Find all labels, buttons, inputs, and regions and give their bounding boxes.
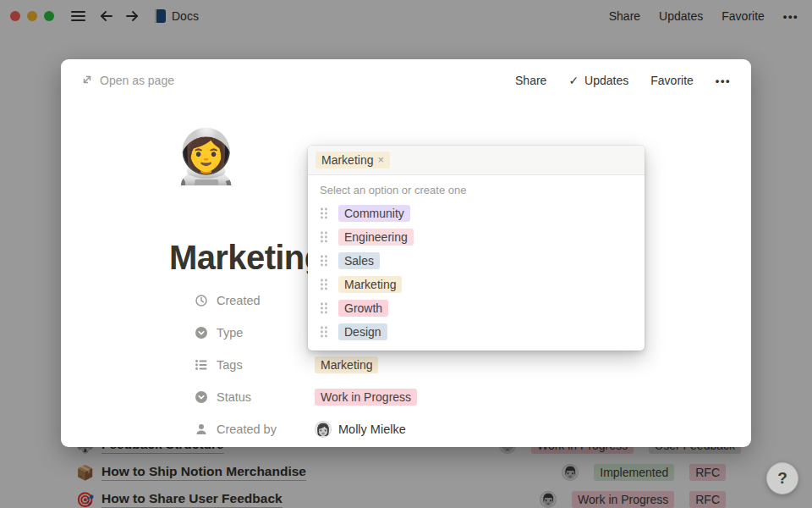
modal-updates-label: Updates	[584, 74, 628, 87]
person-icon	[195, 422, 208, 436]
drag-handle-icon[interactable]	[320, 302, 328, 314]
help-button[interactable]: ?	[766, 462, 798, 494]
tag-chip[interactable]: Marketing	[315, 356, 378, 373]
page-icon[interactable]: 👩‍🚀	[173, 130, 239, 183]
selected-tag-label: Marketing	[321, 152, 373, 168]
clock-icon	[195, 294, 208, 307]
modal-favorite-button[interactable]: Favorite	[650, 74, 694, 87]
tag-chip: Marketing	[338, 276, 402, 293]
tag-chip: Design	[338, 323, 387, 340]
open-as-page-button[interactable]: Open as page	[81, 74, 174, 88]
tag-option-design[interactable]: Design	[308, 320, 645, 344]
tag-chip: Engineering	[338, 229, 414, 246]
property-label: Created	[217, 294, 261, 307]
tag-option-sales[interactable]: Sales	[308, 249, 645, 273]
property-row-tags[interactable]: Tags Marketing	[195, 349, 717, 381]
remove-tag-icon[interactable]: ×	[377, 152, 384, 168]
modal-share-button[interactable]: Share	[515, 74, 546, 87]
tag-chip: Community	[338, 205, 410, 222]
tag-input-area[interactable]: Marketing ×	[308, 146, 645, 175]
check-icon: ✓	[568, 74, 579, 87]
property-label: Created by	[217, 422, 277, 436]
property-row-status[interactable]: Status Work in Progress	[195, 381, 717, 413]
status-chip[interactable]: Work in Progress	[315, 389, 417, 406]
drag-handle-icon[interactable]	[320, 231, 328, 243]
avatar: 👩	[315, 421, 332, 438]
property-label: Status	[217, 390, 251, 404]
drag-handle-icon[interactable]	[320, 326, 328, 338]
property-value[interactable]: Work in Progress	[315, 389, 417, 406]
tag-chip: Sales	[338, 252, 380, 269]
page-title[interactable]: Marketing	[169, 239, 325, 277]
property-value[interactable]: Marketing	[315, 356, 378, 373]
select-icon	[195, 390, 208, 404]
property-value[interactable]: 👩 Molly Mielke	[315, 421, 406, 438]
modal-header: Open as page Share ✓ Updates Favorite ••…	[61, 59, 751, 102]
tag-option-growth[interactable]: Growth	[308, 296, 645, 320]
tag-option-list: Community Engineering Sales Marketing Gr…	[308, 198, 645, 351]
tag-option-marketing[interactable]: Marketing	[308, 273, 645, 296]
tag-option-community[interactable]: Community	[308, 202, 645, 225]
modal-actions: Share ✓ Updates Favorite •••	[515, 74, 731, 87]
expand-diagonal-icon	[81, 74, 93, 88]
property-row-created-by[interactable]: Created by 👩 Molly Mielke	[195, 413, 717, 445]
tag-chip: Growth	[338, 300, 388, 317]
modal-updates-button[interactable]: ✓ Updates	[568, 74, 628, 87]
list-icon	[195, 358, 208, 372]
drag-handle-icon[interactable]	[320, 279, 328, 290]
person-name: Molly Mielke	[338, 422, 406, 436]
select-hint-text: Select an option or create one	[308, 175, 645, 198]
property-label: Tags	[217, 358, 243, 372]
drag-handle-icon[interactable]	[320, 255, 328, 267]
property-label: Type	[217, 326, 243, 340]
open-as-page-label: Open as page	[100, 74, 174, 87]
app-window: Docs Share Updates Favorite ••• 🐺 Feedba…	[0, 0, 812, 508]
modal-more-icon[interactable]: •••	[716, 75, 731, 87]
select-icon	[195, 326, 208, 340]
selected-tag-chip[interactable]: Marketing ×	[315, 152, 390, 168]
tag-option-engineering[interactable]: Engineering	[308, 225, 645, 249]
tag-select-popup: Marketing × Select an option or create o…	[308, 146, 645, 351]
drag-handle-icon[interactable]	[320, 207, 328, 219]
